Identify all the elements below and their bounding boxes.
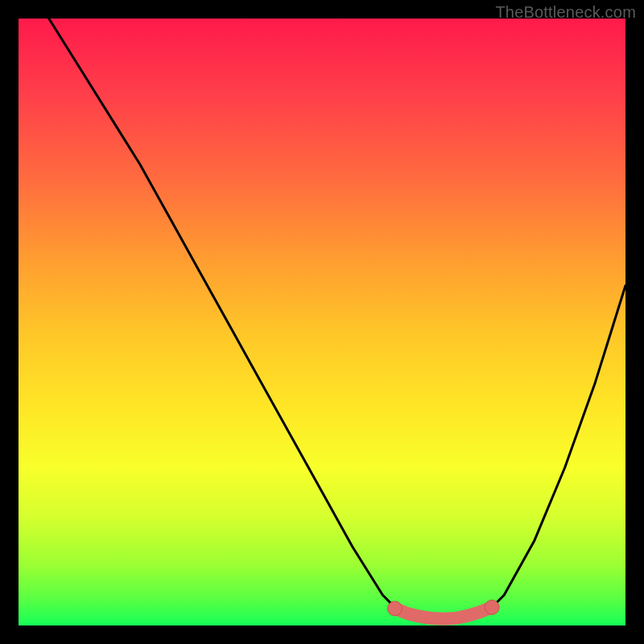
optimal-range-endpoint xyxy=(485,600,499,614)
bottleneck-curve xyxy=(49,19,625,620)
chart-svg xyxy=(19,19,625,625)
chart-frame: TheBottleneck.com xyxy=(0,0,644,644)
optimal-range-endpoint xyxy=(388,601,402,616)
watermark-text: TheBottleneck.com xyxy=(495,3,636,22)
optimal-range-band xyxy=(395,607,493,618)
plot-area xyxy=(19,19,625,625)
